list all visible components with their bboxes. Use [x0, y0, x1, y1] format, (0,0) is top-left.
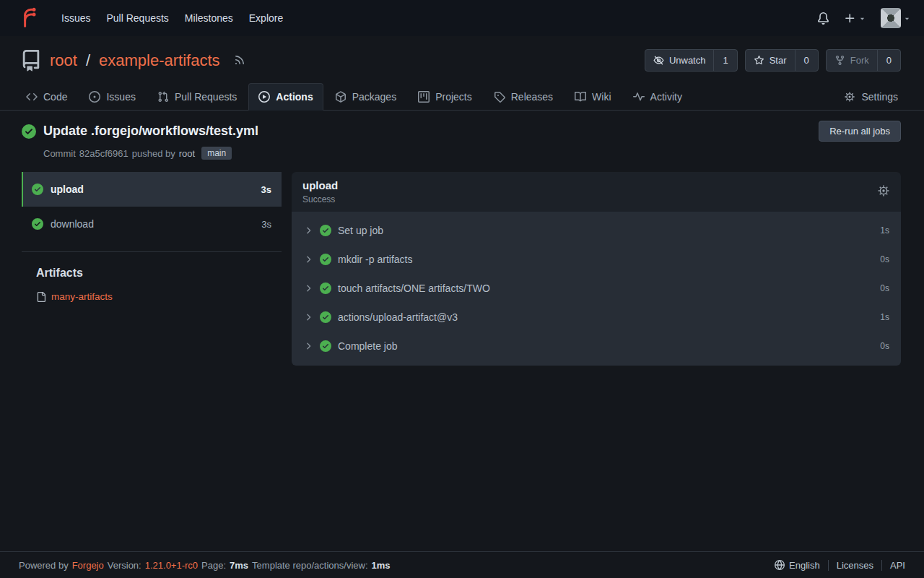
gear-icon: [844, 91, 855, 103]
job-detail-panel: upload Success Set up job 1s mkdir -p ar…: [292, 172, 901, 366]
tab-pull-requests[interactable]: Pull Requests: [147, 83, 247, 111]
artifact-link[interactable]: many-artifacts: [36, 291, 282, 302]
step-row[interactable]: mkdir -p artifacts 0s: [292, 245, 901, 274]
success-check-icon: [320, 254, 331, 265]
rerun-all-jobs-button[interactable]: Re-run all jobs: [819, 121, 901, 142]
fork-button[interactable]: Fork: [827, 50, 877, 71]
project-icon: [418, 91, 430, 103]
powered-by-label: Powered by: [19, 560, 69, 571]
step-duration: 0s: [880, 254, 889, 264]
stars-count[interactable]: 0: [795, 50, 818, 71]
user-menu[interactable]: [881, 8, 911, 28]
job-options-gear-icon[interactable]: [877, 184, 890, 200]
plus-icon: [844, 12, 856, 25]
api-link[interactable]: API: [881, 560, 905, 571]
success-check-icon: [22, 124, 36, 139]
navbar-right: [817, 8, 911, 28]
top-navbar: Issues Pull Requests Milestones Explore: [0, 0, 924, 36]
run-title: Update .forgejo/workflows/test.yml: [43, 124, 258, 139]
tab-label: Releases: [511, 91, 553, 103]
tab-code[interactable]: Code: [16, 83, 77, 111]
step-duration: 1s: [880, 312, 889, 322]
chevron-right-icon: [303, 254, 313, 264]
tab-packages[interactable]: Packages: [325, 83, 406, 111]
tab-label: Settings: [861, 91, 898, 103]
success-check-icon: [320, 282, 331, 294]
footer-right: English Licenses API: [767, 560, 905, 571]
repo-icon: [20, 50, 42, 72]
job-row-upload[interactable]: upload 3s: [22, 172, 282, 207]
run-subtitle: Commit 82a5cf6961 pushed by root main: [43, 147, 901, 160]
tab-actions[interactable]: Actions: [248, 83, 323, 111]
nav-explore[interactable]: Explore: [241, 12, 291, 24]
page-time-value: 7ms: [230, 560, 248, 571]
tab-releases[interactable]: Releases: [484, 83, 563, 111]
run-header: Update .forgejo/workflows/test.yml Re-ru…: [22, 121, 901, 142]
version-label: Version:: [108, 560, 141, 571]
commit-label: Commit: [43, 148, 76, 159]
forks-count[interactable]: 0: [877, 50, 900, 71]
tab-projects[interactable]: Projects: [408, 83, 482, 111]
commit-sha-link[interactable]: 82a5cf6961: [79, 148, 128, 159]
step-row[interactable]: Set up job 1s: [292, 216, 901, 245]
step-row[interactable]: touch artifacts/ONE artifacts/TWO 0s: [292, 274, 901, 303]
step-duration: 0s: [880, 341, 889, 351]
job-row-download[interactable]: download 3s: [22, 207, 282, 241]
fork-button-group: Fork 0: [826, 49, 901, 72]
job-duration: 3s: [261, 219, 271, 230]
job-name: upload: [51, 184, 84, 195]
licenses-link[interactable]: Licenses: [828, 560, 881, 571]
step-name: mkdir -p artifacts: [338, 254, 412, 265]
step-row[interactable]: Complete job 0s: [292, 332, 901, 361]
tab-wiki[interactable]: Wiki: [565, 83, 621, 111]
chevron-right-icon: [303, 341, 313, 351]
tab-settings[interactable]: Settings: [834, 83, 908, 111]
nav-pull-requests[interactable]: Pull Requests: [98, 12, 176, 24]
chevron-down-icon: [858, 14, 866, 22]
step-name: actions/upload-artifact@v3: [338, 311, 458, 323]
template-time-label: Template repo/actions/view:: [252, 560, 367, 571]
job-sidebar: upload 3s download 3s Artifacts many-art…: [22, 172, 282, 302]
tab-label: Pull Requests: [175, 91, 237, 103]
success-check-icon: [320, 340, 331, 352]
language-selector[interactable]: English: [767, 560, 828, 571]
forgejo-logo[interactable]: [17, 7, 53, 29]
unwatch-button[interactable]: Unwatch: [645, 50, 714, 71]
tab-activity[interactable]: Activity: [623, 83, 692, 111]
repo-name-link[interactable]: example-artifacts: [99, 51, 220, 70]
nav-issues[interactable]: Issues: [53, 12, 98, 24]
fork-icon: [834, 55, 845, 66]
repo-separator: /: [86, 51, 90, 70]
artifacts-heading: Artifacts: [36, 267, 282, 280]
notifications-bell-icon[interactable]: [817, 12, 829, 25]
watchers-count[interactable]: 1: [713, 50, 736, 71]
actions-run-view: Update .forgejo/workflows/test.yml Re-ru…: [0, 111, 924, 551]
create-new-menu[interactable]: [844, 12, 866, 25]
tab-label: Projects: [435, 91, 472, 103]
repo-tab-bar: Code Issues Pull Requests Actions Packag…: [0, 79, 924, 111]
tab-issues[interactable]: Issues: [79, 83, 145, 111]
code-icon: [26, 91, 38, 103]
star-button[interactable]: Star: [746, 50, 795, 71]
fork-label: Fork: [850, 55, 869, 66]
chevron-right-icon: [303, 283, 313, 293]
branch-badge[interactable]: main: [201, 147, 232, 160]
nav-milestones[interactable]: Milestones: [177, 12, 241, 24]
chevron-right-icon: [303, 312, 313, 322]
pushed-by-label: pushed by: [132, 148, 175, 159]
pusher-link[interactable]: root: [179, 148, 195, 159]
version-link[interactable]: 1.21.0+1-rc0: [145, 560, 198, 571]
tab-label: Actions: [276, 91, 313, 103]
page-time-label: Page:: [201, 560, 226, 571]
forgejo-link[interactable]: Forgejo: [72, 560, 104, 571]
tag-icon: [494, 91, 505, 103]
star-label: Star: [770, 55, 787, 66]
rss-feed-icon[interactable]: [228, 51, 245, 70]
unwatch-label: Unwatch: [669, 55, 706, 66]
step-row[interactable]: actions/upload-artifact@v3 1s: [292, 303, 901, 332]
repo-owner-link[interactable]: root: [50, 51, 77, 70]
job-detail-name: upload: [302, 179, 338, 191]
eye-off-icon: [653, 55, 664, 66]
issue-icon: [89, 91, 100, 103]
play-circle-icon: [258, 91, 270, 103]
